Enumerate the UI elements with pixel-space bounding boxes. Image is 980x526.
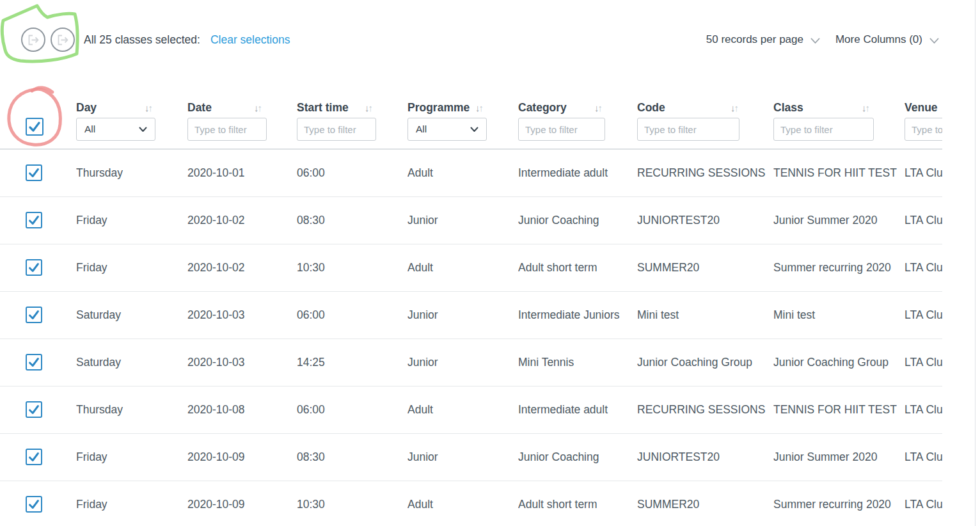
day-filter-select[interactable]: All <box>76 118 155 141</box>
row-checkbox[interactable] <box>26 449 42 465</box>
cell-programme: Adult <box>407 403 518 417</box>
cell-day: Friday <box>76 214 187 227</box>
sort-arrows-icon[interactable]: ↓↑ <box>365 103 372 113</box>
row-checkbox-cell <box>0 307 76 324</box>
export-all-button[interactable] <box>51 28 75 52</box>
class-filter-input[interactable] <box>773 118 874 141</box>
selection-count-text: All 25 classes selected: <box>84 33 200 47</box>
more-columns-dropdown[interactable]: More Columns (0) <box>835 33 939 46</box>
sort-arrows-icon[interactable]: ↓↑ <box>254 103 261 113</box>
cell-programme: Junior <box>407 214 518 227</box>
cell-programme: Junior <box>407 450 518 464</box>
column-label-class[interactable]: Class <box>773 101 803 115</box>
select-all-checkbox[interactable] <box>26 118 43 136</box>
sort-arrows-icon[interactable]: ↓↑ <box>731 103 738 113</box>
row-checkbox-cell <box>0 496 76 514</box>
classes-table: Day↓↑All Date↓↑Start time↓↑Programme↓↑Al… <box>0 93 942 526</box>
cell-programme: Adult <box>407 166 518 180</box>
cell-code: RECURRING SESSIONS <box>637 166 773 180</box>
row-checkbox[interactable] <box>26 354 42 371</box>
column-label-programme[interactable]: Programme <box>407 101 470 115</box>
export-selected-button[interactable] <box>21 28 45 52</box>
chevron-down-icon <box>470 127 478 132</box>
cell-category: Intermediate Juniors <box>518 308 637 322</box>
cell-venue: LTA Clu <box>905 356 942 369</box>
column-header-venue: Venue↓↑ <box>905 97 942 141</box>
row-checkbox[interactable] <box>26 164 42 181</box>
clear-selections-link[interactable]: Clear selections <box>210 33 290 47</box>
sort-arrows-icon[interactable]: ↓↑ <box>862 103 869 113</box>
column-header-day: Day↓↑All <box>76 97 187 141</box>
row-checkbox[interactable] <box>26 496 42 513</box>
row-checkbox[interactable] <box>26 401 42 418</box>
checkmark-icon <box>27 402 41 417</box>
column-label-category[interactable]: Category <box>518 101 567 115</box>
column-header-code: Code↓↑ <box>637 97 773 141</box>
cell-category: Intermediate adult <box>518 166 637 180</box>
cell-venue: LTA Clu <box>905 498 942 511</box>
cell-date: 2020-10-09 <box>187 450 297 464</box>
cell-class: Junior Summer 2020 <box>773 450 905 464</box>
cell-code: Junior Coaching Group <box>637 356 773 369</box>
cell-code: JUNIORTEST20 <box>637 214 773 227</box>
sort-arrows-icon[interactable]: ↓↑ <box>594 103 601 113</box>
code-filter-input[interactable] <box>637 118 739 141</box>
sign-out-icon <box>57 35 69 45</box>
row-checkbox[interactable] <box>26 259 42 276</box>
cell-category: Intermediate adult <box>518 403 637 417</box>
cell-date: 2020-10-03 <box>187 356 297 369</box>
start_time-filter-input[interactable] <box>297 118 376 141</box>
cell-day: Thursday <box>76 403 187 417</box>
programme-filter-select[interactable]: All <box>407 118 487 141</box>
cell-category: Adult short term <box>518 261 637 275</box>
cell-venue: LTA Clu <box>905 214 942 227</box>
cell-class: Junior Coaching Group <box>773 356 905 369</box>
table-row: Saturday2020-10-0306:00JuniorIntermediat… <box>0 292 942 339</box>
row-checkbox[interactable] <box>26 212 42 228</box>
column-label-start_time[interactable]: Start time <box>297 101 349 115</box>
sort-arrows-icon[interactable]: ↓↑ <box>145 103 152 113</box>
page-right-border <box>975 0 976 526</box>
chevron-down-icon <box>929 38 939 44</box>
column-header-start_time: Start time↓↑ <box>297 97 407 141</box>
category-filter-input[interactable] <box>518 118 605 141</box>
sort-arrows-icon[interactable]: ↓↑ <box>475 103 482 113</box>
records-per-page-dropdown[interactable]: 50 records per page <box>706 33 820 46</box>
venue-filter-input[interactable] <box>905 118 942 141</box>
cell-class: Summer recurring 2020 <box>773 498 905 511</box>
cell-class: TENNIS FOR HIIT TEST <box>773 403 905 417</box>
cell-date: 2020-10-02 <box>187 214 297 227</box>
table-header-row: Day↓↑All Date↓↑Start time↓↑Programme↓↑Al… <box>0 93 942 150</box>
cell-class: Mini test <box>773 308 905 322</box>
row-checkbox[interactable] <box>26 307 42 323</box>
cell-code: SUMMER20 <box>637 261 773 275</box>
select-all-column-header <box>0 97 76 141</box>
checkmark-icon <box>27 213 41 227</box>
column-header-date: Date↓↑ <box>187 97 297 141</box>
column-header-programme: Programme↓↑All <box>407 97 518 141</box>
cell-start_time: 08:30 <box>297 214 407 227</box>
date-filter-input[interactable] <box>187 118 267 141</box>
cell-date: 2020-10-01 <box>187 166 297 180</box>
sign-out-icon <box>28 35 40 45</box>
row-checkbox-cell <box>0 401 76 419</box>
cell-day: Saturday <box>76 356 187 369</box>
table-row: Thursday2020-10-0806:00AdultIntermediate… <box>0 387 942 434</box>
column-label-day[interactable]: Day <box>76 101 97 115</box>
cell-start_time: 06:00 <box>297 403 407 417</box>
column-label-date[interactable]: Date <box>187 101 212 115</box>
cell-date: 2020-10-08 <box>187 403 297 417</box>
row-checkbox-cell <box>0 212 76 230</box>
column-label-venue[interactable]: Venue <box>905 101 938 115</box>
more-columns-label: More Columns (0) <box>835 33 922 46</box>
cell-code: JUNIORTEST20 <box>637 450 773 464</box>
cell-venue: LTA Clu <box>905 403 942 417</box>
checkmark-icon <box>27 119 42 134</box>
column-header-category: Category↓↑ <box>518 97 637 141</box>
cell-day: Friday <box>76 450 187 464</box>
table-body: Thursday2020-10-0106:00AdultIntermediate… <box>0 150 942 526</box>
cell-category: Junior Coaching <box>518 450 637 464</box>
table-row: Thursday2020-10-0106:00AdultIntermediate… <box>0 150 942 197</box>
cell-code: SUMMER20 <box>637 498 773 511</box>
column-label-code[interactable]: Code <box>637 101 665 115</box>
